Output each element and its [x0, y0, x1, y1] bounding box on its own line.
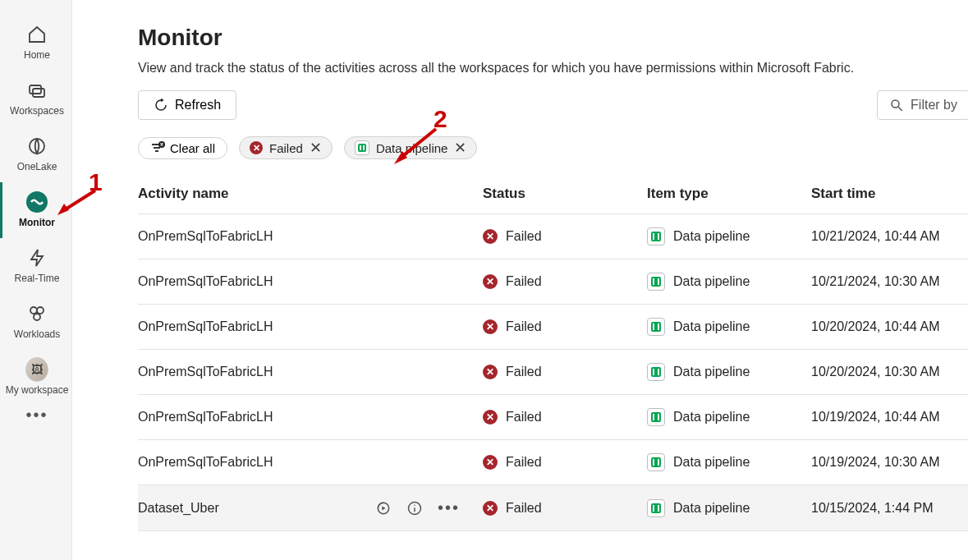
start-time-text: 10/19/2024, 10:44 AM	[811, 410, 968, 425]
svg-line-8	[898, 107, 902, 111]
realtime-icon	[25, 246, 48, 269]
start-time-text: 10/20/2024, 10:30 AM	[811, 365, 968, 379]
col-start-time[interactable]: Start time	[811, 186, 968, 202]
pipeline-type-icon	[647, 273, 665, 291]
filter-chip-pipeline-label: Data pipeline	[376, 141, 448, 155]
monitor-icon	[25, 190, 48, 213]
pipeline-type-icon	[647, 499, 665, 517]
remove-failed-filter[interactable]: ✕	[310, 140, 322, 155]
item-type-text: Data pipeline	[673, 319, 750, 334]
pipeline-type-icon	[647, 363, 665, 381]
nav-home-label: Home	[24, 49, 50, 61]
item-type-text: Data pipeline	[673, 274, 750, 289]
status-text: Failed	[506, 501, 542, 516]
home-icon	[25, 23, 48, 46]
onelake-icon	[25, 135, 48, 158]
info-icon[interactable]	[406, 500, 423, 516]
refresh-button[interactable]: Refresh	[138, 90, 236, 120]
activity-name[interactable]: OnPremSqlToFabricLH	[138, 229, 273, 244]
status-text: Failed	[506, 319, 542, 334]
pipeline-type-icon	[647, 408, 665, 426]
failed-icon: ✕	[250, 141, 263, 154]
refresh-label: Refresh	[175, 98, 221, 112]
failed-status-icon: ✕	[483, 410, 498, 425]
page-title: Monitor	[138, 25, 968, 51]
filter-search[interactable]: Filter by	[877, 90, 968, 120]
failed-status-icon: ✕	[483, 274, 498, 289]
table-row[interactable]: OnPremSqlToFabricLH✕FailedData pipeline1…	[138, 259, 968, 305]
status-text: Failed	[506, 410, 542, 425]
start-time-text: 10/21/2024, 10:44 AM	[811, 229, 968, 244]
nav-realtime[interactable]: Real-Time	[0, 238, 72, 294]
item-type-text: Data pipeline	[673, 410, 750, 425]
table-row[interactable]: Dataset_Uber•••✕FailedData pipeline10/15…	[138, 485, 968, 531]
more-actions-icon[interactable]: •••	[438, 498, 460, 517]
failed-status-icon: ✕	[483, 319, 498, 334]
item-type-text: Data pipeline	[673, 501, 750, 516]
nav-onelake[interactable]: OneLake	[0, 126, 72, 182]
col-item-type[interactable]: Item type	[647, 186, 811, 202]
nav-workspaces[interactable]: Workspaces	[0, 71, 72, 126]
nav-workspaces-label: Workspaces	[10, 105, 64, 117]
svg-point-13	[414, 504, 415, 506]
avatar-icon: 🖼	[25, 358, 48, 381]
svg-rect-0	[30, 85, 41, 94]
filter-chip-pipeline[interactable]: Data pipeline ✕	[344, 136, 478, 159]
pipeline-type-icon	[647, 227, 665, 246]
start-time-text: 10/15/2024, 1:44 PM	[811, 501, 968, 516]
nav-workloads-label: Workloads	[14, 328, 60, 340]
table-header: Activity name Status Item type Start tim…	[138, 171, 968, 214]
nav-myworkspace[interactable]: 🖼 My workspace	[0, 350, 72, 406]
start-time-text: 10/21/2024, 10:30 AM	[811, 274, 968, 289]
more-icon: •••	[25, 406, 48, 425]
nav-myworkspace-label: My workspace	[6, 384, 69, 396]
page-description: View and track the status of the activit…	[138, 61, 959, 76]
svg-rect-1	[33, 89, 44, 97]
col-activity-name[interactable]: Activity name	[138, 186, 483, 202]
workloads-icon	[25, 302, 48, 325]
nav-workloads[interactable]: Workloads	[0, 294, 72, 350]
svg-point-4	[30, 307, 37, 314]
table-row[interactable]: OnPremSqlToFabricLH✕FailedData pipeline1…	[138, 395, 968, 440]
refresh-icon	[154, 98, 168, 112]
activity-table: Activity name Status Item type Start tim…	[138, 171, 968, 531]
activity-name[interactable]: OnPremSqlToFabricLH	[138, 274, 273, 289]
nav-more[interactable]: •••	[0, 406, 72, 434]
nav-monitor[interactable]: Monitor	[0, 182, 72, 238]
clear-all-label: Clear all	[170, 141, 215, 155]
nav-monitor-label: Monitor	[19, 217, 55, 228]
activity-name[interactable]: Dataset_Uber	[138, 501, 219, 516]
col-status[interactable]: Status	[483, 186, 647, 202]
failed-status-icon: ✕	[483, 455, 498, 470]
activity-name[interactable]: OnPremSqlToFabricLH	[138, 365, 273, 379]
item-type-text: Data pipeline	[673, 365, 750, 379]
remove-pipeline-filter[interactable]: ✕	[454, 140, 466, 155]
filter-chip-failed[interactable]: ✕ Failed ✕	[239, 136, 333, 159]
item-type-text: Data pipeline	[673, 455, 750, 470]
rerun-icon[interactable]	[375, 500, 392, 516]
clear-all-chip[interactable]: Clear all	[138, 137, 227, 159]
status-text: Failed	[506, 274, 542, 289]
table-row[interactable]: OnPremSqlToFabricLH✕FailedData pipeline1…	[138, 350, 968, 395]
table-row[interactable]: OnPremSqlToFabricLH✕FailedData pipeline1…	[138, 214, 968, 259]
activity-name[interactable]: OnPremSqlToFabricLH	[138, 410, 273, 425]
clear-all-icon	[150, 141, 163, 154]
status-text: Failed	[506, 365, 542, 379]
search-icon	[889, 98, 904, 112]
filter-placeholder: Filter by	[911, 98, 957, 112]
nav-onelake-label: OneLake	[17, 161, 57, 172]
table-row[interactable]: OnPremSqlToFabricLH✕FailedData pipeline1…	[138, 305, 968, 350]
pipeline-type-icon	[647, 453, 665, 471]
sidebar: Home Workspaces OneLake Monitor Real-Tim…	[0, 0, 72, 560]
svg-point-2	[30, 139, 44, 154]
activity-name[interactable]: OnPremSqlToFabricLH	[138, 319, 273, 334]
failed-status-icon: ✕	[483, 365, 498, 379]
activity-name[interactable]: OnPremSqlToFabricLH	[138, 455, 273, 470]
status-text: Failed	[506, 455, 542, 470]
table-row[interactable]: OnPremSqlToFabricLH✕FailedData pipeline1…	[138, 440, 968, 485]
filter-chip-failed-label: Failed	[269, 141, 303, 155]
start-time-text: 10/20/2024, 10:44 AM	[811, 319, 968, 334]
workspaces-icon	[25, 79, 48, 102]
nav-home[interactable]: Home	[0, 15, 72, 71]
failed-status-icon: ✕	[483, 501, 498, 516]
